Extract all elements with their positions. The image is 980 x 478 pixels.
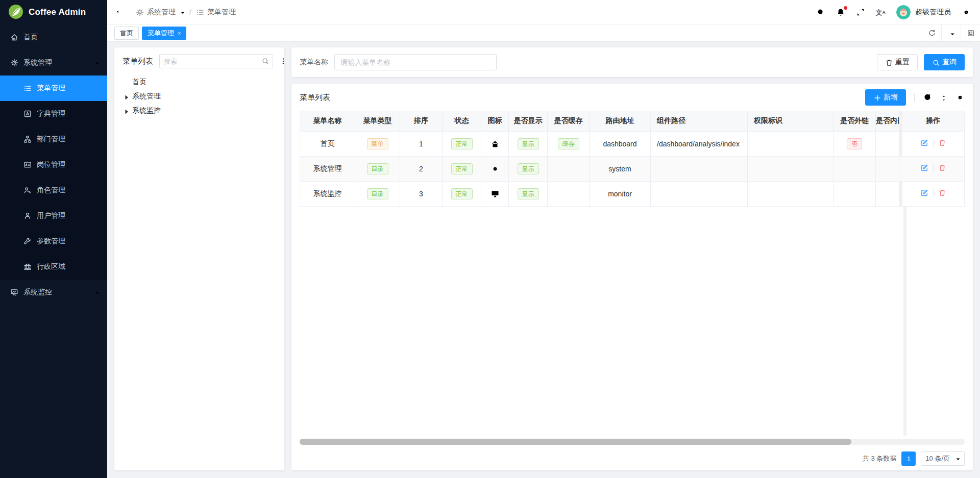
leaf-logo-icon [8, 4, 23, 21]
sidebar-item-user-mgmt[interactable]: 用户管理 [0, 203, 107, 229]
chevron-down-icon[interactable] [941, 25, 961, 41]
table-row[interactable]: 系统管理 目录 2 正常 显示 system [300, 156, 965, 181]
cell-route: dashboard [590, 131, 651, 156]
cell-embedded [876, 156, 899, 181]
notification-badge [844, 6, 847, 10]
horizontal-scrollbar-track[interactable] [300, 439, 965, 445]
gear-icon [136, 8, 144, 16]
avatar [896, 5, 911, 19]
column-header: 菜单名称 [300, 111, 355, 131]
menu-table: 菜单名称 菜单类型 排序 状态 图标 是否显示 是否缓存 路由地址 组件路径 [300, 111, 965, 207]
caret-right-icon[interactable] [122, 108, 129, 114]
table-container: 菜单名称 菜单类型 排序 状态 图标 是否显示 是否缓存 路由地址 组件路径 [300, 111, 965, 447]
menu-tree: 首页 系统管理 系统监控 [122, 75, 276, 118]
topbar-actions: 文A 超级管理员 [816, 5, 971, 19]
tree-node-home[interactable]: 首页 [122, 75, 276, 89]
search-button-label: 查询 [942, 58, 957, 67]
translate-icon[interactable]: 文A [876, 9, 886, 16]
column-settings-gear-icon[interactable] [955, 93, 965, 102]
caret-right-icon[interactable] [122, 93, 129, 99]
row-density-icon[interactable] [939, 93, 948, 102]
vertical-scrollbar-track[interactable] [903, 206, 906, 436]
tree-node-label: 系统监控 [132, 106, 161, 115]
user-menu[interactable]: 超级管理员 [896, 5, 951, 19]
external-tag: 否 [847, 138, 862, 149]
tree-node-monitor[interactable]: 系统监控 [122, 104, 276, 118]
status-tag: 正常 [451, 138, 473, 149]
menu-fold-icon[interactable] [115, 7, 126, 18]
sidebar-item-home[interactable]: 首页 [0, 24, 107, 50]
wrench-icon [23, 237, 32, 245]
column-header: 菜单类型 [355, 111, 400, 131]
chevron-up-icon [93, 59, 99, 67]
edit-icon[interactable] [920, 139, 928, 147]
status-tag: 正常 [451, 163, 473, 174]
delete-trash-icon[interactable] [938, 139, 946, 147]
page-1-button[interactable]: 1 [901, 451, 916, 466]
cache-tag: 缓存 [558, 138, 579, 149]
cell-menu-name: 系统管理 [300, 156, 355, 181]
sidebar-item-monitor[interactable]: 系统监控 [0, 280, 107, 305]
search-icon[interactable] [816, 8, 825, 17]
visible-tag: 显示 [518, 138, 539, 149]
sidebar-item-label: 部门管理 [37, 135, 65, 144]
tree-search-button[interactable] [258, 54, 273, 68]
page-size-select[interactable]: 10 条/页 [921, 451, 965, 466]
column-header: 组件路径 [651, 111, 748, 131]
horizontal-scrollbar-thumb[interactable] [300, 439, 851, 445]
trash-icon [885, 59, 892, 66]
edit-icon[interactable] [920, 164, 928, 172]
sidebar-item-label: 首页 [23, 33, 38, 42]
sidebar-item-dict-mgmt[interactable]: 字典管理 [0, 101, 107, 127]
breadcrumb-separator: / [189, 8, 191, 16]
column-header: 权限标识 [748, 111, 834, 131]
refresh-icon[interactable] [922, 25, 941, 41]
gear-icon [10, 59, 18, 67]
fullscreen-icon[interactable] [856, 8, 865, 17]
menu-type-tag: 目录 [367, 188, 388, 199]
search-button[interactable]: 查询 [924, 54, 965, 70]
cell-route: system [590, 156, 651, 181]
card-header: 菜单列表 新增 [300, 84, 965, 111]
tree-search-input[interactable] [159, 54, 258, 68]
sidebar-item-admin-region[interactable]: 行政区域 [0, 254, 107, 280]
add-button[interactable]: 新增 [865, 89, 906, 106]
search-icon [932, 59, 939, 66]
sidebar-item-param-mgmt[interactable]: 参数管理 [0, 229, 107, 254]
sidebar-item-post-mgmt[interactable]: 岗位管理 [0, 152, 107, 178]
tab-home[interactable]: 首页 [114, 27, 139, 40]
visible-tag: 显示 [518, 163, 539, 174]
delete-trash-icon[interactable] [938, 189, 946, 197]
topbar: 系统管理 / 菜单管理 文A [107, 0, 980, 24]
table-row[interactable]: 系统监控 目录 3 正常 显示 monitor [300, 181, 965, 206]
edit-icon[interactable] [920, 189, 928, 197]
sidebar-item-menu-mgmt[interactable]: 菜单管理 [0, 76, 107, 101]
breadcrumb-section[interactable]: 系统管理 [136, 8, 185, 17]
divider [914, 93, 915, 102]
delete-trash-icon[interactable] [938, 164, 946, 172]
reset-button[interactable]: 重置 [877, 54, 918, 70]
kebab-menu-icon[interactable] [279, 57, 287, 65]
tab-menu-mgmt[interactable]: 菜单管理 × [142, 27, 186, 40]
refresh-icon[interactable] [923, 93, 932, 102]
notification-bell-icon[interactable] [836, 8, 845, 17]
column-header: 操作 [902, 111, 965, 131]
sidebar-item-label: 岗位管理 [37, 160, 65, 169]
tree-node-label: 首页 [132, 78, 146, 87]
cell-component [651, 156, 748, 181]
sidebar-item-system[interactable]: 系统管理 [0, 50, 107, 76]
menu-type-tag: 目录 [367, 163, 388, 174]
settings-gear-icon[interactable] [962, 8, 971, 17]
column-header: 路由地址 [590, 111, 651, 131]
maximize-icon[interactable] [961, 25, 980, 41]
tree-node-system[interactable]: 系统管理 [122, 89, 276, 104]
column-header: 是否显示 [509, 111, 548, 131]
sidebar-item-role-mgmt[interactable]: 角色管理 [0, 178, 107, 203]
sidebar-item-dept-mgmt[interactable]: 部门管理 [0, 127, 107, 152]
menu-tree-panel: 菜单列表 首页 系统管理 [114, 47, 284, 470]
table-row[interactable]: 首页 菜单 1 正常 显示 缓存 dashboard /dashboard/an… [300, 131, 965, 156]
tab-close-icon[interactable]: × [178, 31, 181, 36]
role-key-icon [23, 186, 32, 194]
sidebar-item-label: 系统监控 [23, 288, 52, 297]
menu-name-input[interactable] [334, 54, 497, 70]
